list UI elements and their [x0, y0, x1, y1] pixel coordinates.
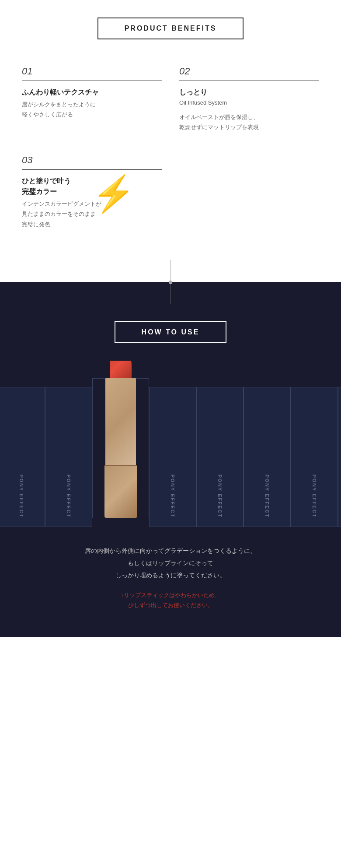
lipstick-row: PONY EFFECT PONY EFFECT PONY EFFECT	[0, 361, 341, 527]
lipstick-box-7: PONY EFFECT	[291, 387, 338, 527]
transition-top	[0, 256, 341, 282]
section-title-box: PRODUCT BENEFITS	[97, 18, 244, 39]
lightning-icon-wrapper: ⚡	[92, 176, 136, 211]
how-to-use-header: HOW TO USE	[0, 308, 341, 361]
lipstick-box-5: PONY EFFECT	[196, 387, 244, 527]
section-title: PRODUCT BENEFITS	[125, 25, 217, 32]
transition-bottom	[0, 282, 341, 308]
benefit-title-02-en: Oil Infused System	[179, 99, 319, 106]
benefit-desc-02: オイルベーストが唇を保湿し、乾燥せずにマットリップを表現	[179, 112, 319, 133]
instruction-main-text: 唇の内側から外側に向かってグラデーションをつくるように、 もしくはリップラインに…	[22, 545, 319, 581]
brand-label-7: PONY EFFECT	[312, 474, 317, 527]
instruction-note-text: +リップスティックはやわらかいため、 少しずつ出してお使いください。	[22, 590, 319, 628]
section-transition	[0, 256, 341, 308]
benefit-item-02: 02 しっとり Oil Infused System オイルベーストが唇を保湿し…	[179, 61, 319, 133]
brand-label-2: PONY EFFECT	[66, 474, 71, 527]
benefit-item-03: 03 ひと塗りで叶う完璧カラー インテンスカラーピグメントが見たままのカラーをそ…	[22, 150, 162, 229]
benefit-divider-01	[22, 81, 162, 81]
lipstick-box-2: PONY EFFECT	[45, 387, 92, 527]
brand-label-4: PONY EFFECT	[170, 474, 175, 527]
connector-dot	[169, 281, 172, 284]
brand-label-5: PONY EFFECT	[217, 474, 223, 527]
section-title-wrapper: PRODUCT BENEFITS	[22, 18, 319, 39]
benefit-divider-02	[179, 81, 319, 81]
brand-label-6: PONY EFFECT	[264, 474, 270, 527]
instructions-area: 唇の内側から外側に向かってグラデーションをつくるように、 もしくはリップラインに…	[0, 527, 341, 637]
lipstick-base	[104, 465, 137, 518]
lipstick-bullet	[110, 361, 132, 380]
brand-label-1: PONY EFFECT	[19, 474, 24, 527]
how-to-use-title: HOW TO USE	[142, 328, 200, 336]
connector-line-white	[170, 260, 171, 282]
lipstick-tube	[105, 378, 136, 465]
lipstick-box-1: PONY EFFECT	[0, 387, 45, 527]
benefit-item-01: 01 ふんわり軽いテクスチャ 唇がシルクをまとったように軽くやさしく広がる	[22, 61, 162, 133]
lipstick-box-4: PONY EFFECT	[149, 387, 196, 527]
lipstick-box-8: PONY EFFECT	[338, 387, 341, 527]
benefit-title-01: ふんわり軽いテクスチャ	[22, 87, 162, 98]
benefit-divider-03	[22, 169, 162, 170]
how-to-use-section: HOW TO USE PONY EFFECT PONY EFFECT	[0, 308, 341, 637]
product-benefits-section: PRODUCT BENEFITS 01 ふんわり軽いテクスチャ 唇がシルクをまと…	[0, 0, 341, 256]
benefit-desc-01: 唇がシルクをまとったように軽くやさしく広がる	[22, 99, 162, 120]
lipstick-box-6: PONY EFFECT	[244, 387, 291, 527]
benefit-number-02: 02	[179, 66, 319, 77]
benefit-number-01: 01	[22, 66, 162, 77]
lightning-bolt-icon: ⚡	[92, 176, 136, 211]
connector-line-dark	[170, 282, 171, 304]
lipstick-product-display	[93, 361, 149, 518]
how-to-use-title-box: HOW TO USE	[115, 321, 227, 343]
lipstick-center	[92, 378, 149, 518]
benefit-title-02-jp: しっとり	[179, 87, 319, 98]
lipstick-display: PONY EFFECT PONY EFFECT PONY EFFECT	[0, 361, 341, 527]
benefit-number-03: 03	[22, 155, 162, 166]
benefits-grid: 01 ふんわり軽いテクスチャ 唇がシルクをまとったように軽くやさしく広がる 02…	[22, 61, 319, 229]
